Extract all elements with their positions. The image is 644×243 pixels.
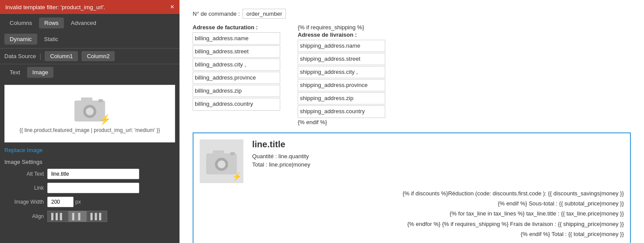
type-row: Text Image bbox=[0, 64, 179, 80]
tab-static[interactable]: Static bbox=[39, 34, 64, 45]
svg-rect-4 bbox=[99, 99, 103, 102]
width-label: Image Width bbox=[4, 199, 44, 205]
shipping-template-start: {% if requires_shipping %} bbox=[298, 24, 385, 31]
product-flash-icon: ⚡ bbox=[232, 172, 242, 181]
alt-text-input[interactable] bbox=[47, 169, 139, 179]
shipping-field-0: shipping_address.name bbox=[298, 40, 385, 52]
error-close-button[interactable]: × bbox=[170, 3, 174, 10]
width-row: Image Width px bbox=[4, 197, 175, 207]
shipping-header: Adresse de livraison : bbox=[298, 31, 385, 38]
tab-columns[interactable]: Columns bbox=[4, 17, 37, 28]
product-quantity: Quantité : line.quantity bbox=[252, 153, 310, 160]
billing-header: Adresse de facturation : bbox=[193, 24, 280, 31]
svg-rect-1 bbox=[81, 97, 92, 103]
template-tag-text: {{ line.product.featured_image | product… bbox=[19, 127, 160, 133]
px-label: px bbox=[75, 199, 81, 205]
settings-title: Image Settings bbox=[4, 159, 175, 165]
shipping-field-4: shipping_address.zip bbox=[298, 92, 385, 104]
product-card: ⚡ line.title Quantité : line.quantity To… bbox=[193, 132, 631, 243]
product-details: line.title Quantité : line.quantity Tota… bbox=[252, 139, 310, 170]
order-value: order_number bbox=[243, 9, 286, 19]
svg-rect-6 bbox=[213, 150, 224, 156]
flash-icon: ⚡ bbox=[99, 114, 111, 125]
billing-field-2: billing_address.city , bbox=[193, 59, 280, 71]
product-title: line.title bbox=[252, 139, 310, 149]
total-value: line.price|money bbox=[269, 161, 310, 168]
billing-field-5: billing_address.country bbox=[193, 98, 280, 110]
sous-total-line: {% endif %} Sous-total : {{ subtotal_pri… bbox=[200, 198, 624, 208]
shipping-field-5: shipping_address.country bbox=[298, 105, 385, 118]
product-row: ⚡ line.title Quantité : line.quantity To… bbox=[200, 139, 624, 183]
billing-shipping-section: Adresse de facturation : billing_address… bbox=[193, 24, 631, 125]
alt-text-row: Alt Text bbox=[4, 169, 175, 179]
align-center-button[interactable]: ▌ ▌ bbox=[68, 211, 87, 222]
total-label: Total : bbox=[252, 161, 267, 168]
tab-row-1: Columns Rows Advanced bbox=[0, 14, 179, 32]
column1-button[interactable]: Column1 bbox=[45, 51, 78, 61]
tab-text[interactable]: Text bbox=[4, 67, 25, 78]
width-input[interactable] bbox=[47, 197, 74, 207]
tax-line: {% for tax_line in tax_lines %} tax_line… bbox=[200, 208, 624, 219]
product-image-placeholder: ⚡ bbox=[200, 139, 243, 183]
shipping-line: {% endfor %} {% if requires_shipping %} … bbox=[200, 219, 624, 229]
error-message: Invalid template filter: 'product_img_ur… bbox=[5, 4, 105, 10]
settings-section: Image Settings Alt Text Link Image Width… bbox=[0, 156, 179, 228]
discount-line: {% if discounts %}Réduction (code: disco… bbox=[200, 188, 624, 198]
camera-icon-container: ⚡ bbox=[72, 94, 107, 124]
align-left-button[interactable]: ▌▌▌ bbox=[47, 211, 68, 222]
image-preview-area: ⚡ {{ line.product.featured_image | produ… bbox=[4, 85, 175, 142]
summary-section: {% if discounts %}Réduction (code: disco… bbox=[200, 188, 624, 240]
billing-field-3: billing_address.province bbox=[193, 72, 280, 84]
svg-point-8 bbox=[218, 160, 225, 168]
replace-image-link[interactable]: Replace Image bbox=[4, 147, 175, 153]
quantity-label: Quantité : bbox=[252, 153, 277, 160]
left-panel: Invalid template filter: 'product_img_ur… bbox=[0, 0, 179, 243]
billing-address-col: Adresse de facturation : billing_address… bbox=[193, 24, 280, 125]
svg-rect-9 bbox=[230, 152, 235, 155]
tab-image[interactable]: Image bbox=[27, 67, 53, 78]
order-label: N° de commande : bbox=[193, 10, 240, 17]
right-panel: N° de commande : order_number Adresse de… bbox=[179, 0, 644, 243]
link-row: Link bbox=[4, 183, 175, 193]
align-label: Align bbox=[4, 213, 44, 219]
link-label: Link bbox=[4, 185, 44, 191]
error-bar: Invalid template filter: 'product_img_ur… bbox=[0, 0, 179, 14]
link-input[interactable] bbox=[47, 183, 139, 193]
align-right-button[interactable]: ▌▌▌ bbox=[87, 211, 108, 222]
total-line: {% endif %} Total : {{ total_price|money… bbox=[200, 229, 624, 239]
quantity-value: line.quantity bbox=[278, 153, 309, 160]
svg-point-3 bbox=[86, 108, 94, 115]
shipping-template-end: {% endif %} bbox=[298, 119, 385, 125]
billing-field-4: billing_address.zip bbox=[193, 85, 280, 97]
datasource-label: Data Source bbox=[4, 53, 36, 59]
shipping-field-1: shipping_address.street bbox=[298, 53, 385, 65]
column2-button[interactable]: Column2 bbox=[81, 51, 115, 61]
alt-text-label: Alt Text bbox=[4, 171, 44, 177]
align-row: Align ▌▌▌ ▌ ▌ ▌▌▌ bbox=[4, 211, 175, 222]
pipe-divider: | bbox=[39, 52, 41, 60]
shipping-field-3: shipping_address.province bbox=[298, 79, 385, 91]
billing-field-1: billing_address.street bbox=[193, 45, 280, 58]
tab-rows[interactable]: Rows bbox=[39, 17, 64, 28]
datasource-row: Data Source | Column1 Column2 bbox=[0, 48, 179, 64]
shipping-field-2: shipping_address.city , bbox=[298, 66, 385, 78]
tab-dynamic[interactable]: Dynamic bbox=[4, 34, 37, 45]
tab-row-2: Dynamic Static bbox=[0, 32, 179, 48]
product-camera-icon bbox=[204, 147, 239, 175]
product-total: Total : line.price|money bbox=[252, 161, 310, 168]
tab-advanced[interactable]: Advanced bbox=[66, 17, 102, 28]
billing-field-0: billing_address.name bbox=[193, 32, 280, 45]
shipping-address-col: {% if requires_shipping %} Adresse de li… bbox=[298, 24, 385, 125]
order-number-row: N° de commande : order_number bbox=[193, 9, 631, 19]
